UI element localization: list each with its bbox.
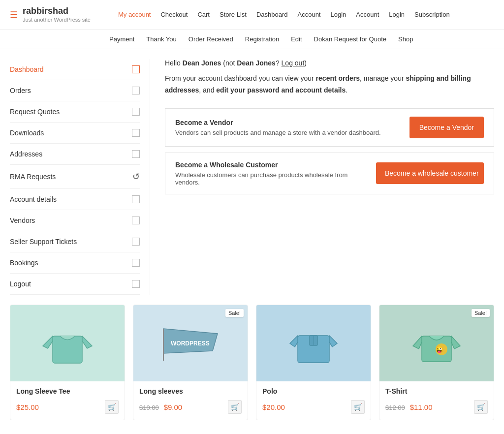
become-wholesale-button[interactable]: Become a wholesale customer [376,162,484,184]
sidebar-label-dashboard: Dashboard [10,65,44,73]
primary-nav: My account Checkout Cart Store List Dash… [113,7,455,22]
sidebar: Dashboard Orders Request Quotes Download… [10,59,150,295]
add-to-cart-tshirt[interactable]: 🛒 [474,400,488,414]
wholesale-promo-box: Become a Wholesale Customer Wholesale cu… [165,153,494,194]
hamburger-icon[interactable]: ☰ [10,9,18,20]
orders-icon [132,87,140,94]
bookings-icon [132,259,140,267]
wholesale-promo-title: Become a Wholesale Customer [175,161,366,169]
sidebar-item-bookings[interactable]: Bookings [10,252,140,274]
product-image-polo [256,305,371,381]
tshirt-illustration: 😜 [412,321,461,366]
product-card-longsleeve: Long Sleeve Tee $25.00 🛒 [10,305,125,420]
svg-marker-8 [329,336,337,347]
longsleeve-illustration [40,319,94,368]
nav-dokan[interactable]: Dokan Request for Quote [308,31,392,47]
dashboard-icon [132,65,140,73]
nav-orderreceived[interactable]: Order Received [183,31,239,47]
sidebar-label-sellersupport: Seller Support Tickets [10,238,77,246]
product-price-longsleeve: $25.00 [16,403,39,411]
sidebar-item-logout[interactable]: Logout [10,274,140,295]
svg-marker-2 [82,336,92,348]
sellersupport-icon [132,238,140,246]
product-price-polo: $20.00 [262,403,285,411]
svg-marker-7 [290,336,298,347]
add-to-cart-longsleeve[interactable]: 🛒 [105,400,119,414]
sidebar-label-requestquotes: Request Quotes [10,108,60,116]
site-tagline: Just another WordPress site [23,16,91,23]
nav-account1[interactable]: Account [293,7,326,22]
sidebar-label-bookings: Bookings [10,259,38,267]
nav-login2[interactable]: Login [384,7,410,22]
vendor-promo-desc: Vendors can sell products and manage a s… [175,129,381,136]
nav-edit[interactable]: Edit [285,31,308,47]
sale-badge-longsleeves2: Sale! [225,309,244,317]
product-name-tshirt: T-Shirt [385,387,488,395]
nav-subscription[interactable]: Subscription [410,7,455,22]
sale-badge-tshirt: Sale! [472,309,490,317]
sidebar-label-rma: RMA Requests [10,173,56,181]
sidebar-label-logout: Logout [10,280,31,288]
sidebar-label-vendors: Vendors [10,217,35,224]
vendor-promo-box: Become a Vendor Vendors can sell product… [165,108,494,147]
sidebar-item-dashboard[interactable]: Dashboard [10,59,140,80]
requestquotes-icon [132,108,140,116]
add-to-cart-polo[interactable]: 🛒 [351,400,365,414]
sidebar-item-vendors[interactable]: Vendors [10,210,140,231]
logout-icon [132,280,140,288]
flag-illustration: WORDPRESS [158,324,222,363]
product-card-tshirt: Sale! 😜 T-Shirt $12.00 [379,305,494,420]
polo-illustration [289,320,338,367]
addresses-icon [132,150,140,158]
products-grid: Long Sleeve Tee $25.00 🛒 Sale! WORDPRESS… [10,305,494,420]
logout-link[interactable]: Log out [282,59,305,67]
downloads-icon [132,129,140,137]
products-section: Long Sleeve Tee $25.00 🛒 Sale! WORDPRESS… [0,305,504,420]
vendor-promo-title: Become a Vendor [175,119,381,126]
nav-registration[interactable]: Registration [239,31,285,47]
sidebar-item-sellersupport[interactable]: Seller Support Tickets [10,231,140,252]
nav-myaccount[interactable]: My account [113,7,156,22]
product-name-polo: Polo [262,387,365,395]
product-image-longsleeves2: Sale! WORDPRESS [133,305,248,381]
svg-marker-12 [413,336,422,349]
sidebar-item-orders[interactable]: Orders [10,80,140,101]
rma-icon: ↺ [132,171,140,182]
secondary-nav: Payment Thank You Order Received Registr… [0,29,504,49]
nav-account2[interactable]: Account [351,7,384,22]
become-vendor-button[interactable]: Become a Vendor [410,117,484,138]
product-name-longsleeve: Long Sleeve Tee [16,387,119,395]
nav-thankyou[interactable]: Thank You [140,31,182,47]
product-image-tshirt: Sale! 😜 [379,305,494,381]
sidebar-label-accountdetails: Account details [10,195,57,203]
site-logo: rabbirshad [23,6,91,16]
main-content: Hello Dean Jones (not Dean Jones? Log ou… [150,59,494,295]
wholesale-promo-content: Become a Wholesale Customer Wholesale cu… [175,161,366,186]
sidebar-item-accountdetails[interactable]: Account details [10,189,140,210]
dashboard-description: From your account dashboard you can view… [165,73,494,96]
hello-message: Hello Dean Jones (not Dean Jones? Log ou… [165,59,494,67]
add-to-cart-longsleeves2[interactable]: 🛒 [228,400,242,414]
sidebar-item-requestquotes[interactable]: Request Quotes [10,101,140,123]
sidebar-item-downloads[interactable]: Downloads [10,123,140,144]
product-sale-price-longsleeves2: $9.00 [164,403,183,411]
product-image-longsleeve [10,305,125,381]
sidebar-item-addresses[interactable]: Addresses [10,144,140,165]
nav-checkout[interactable]: Checkout [156,7,192,22]
nav-shop[interactable]: Shop [392,31,419,47]
nav-storelist[interactable]: Store List [215,7,252,22]
vendor-promo-content: Become a Vendor Vendors can sell product… [175,119,381,136]
product-original-price-longsleeves2: $10.00 [139,404,159,411]
svg-marker-1 [43,336,53,348]
accountdetails-icon [132,195,140,203]
nav-payment[interactable]: Payment [103,31,140,47]
sidebar-label-downloads: Downloads [10,129,44,137]
nav-login1[interactable]: Login [325,7,351,22]
svg-text:😜: 😜 [435,345,444,354]
sidebar-item-rma[interactable]: RMA Requests ↺ [10,165,140,189]
nav-cart[interactable]: Cart [192,7,215,22]
wholesale-promo-desc: Wholesale customers can purchase product… [175,171,366,186]
product-name-longsleeves2: Long sleeves [139,387,242,395]
product-sale-price-tshirt: $11.00 [410,403,433,411]
nav-dashboard[interactable]: Dashboard [252,7,293,22]
